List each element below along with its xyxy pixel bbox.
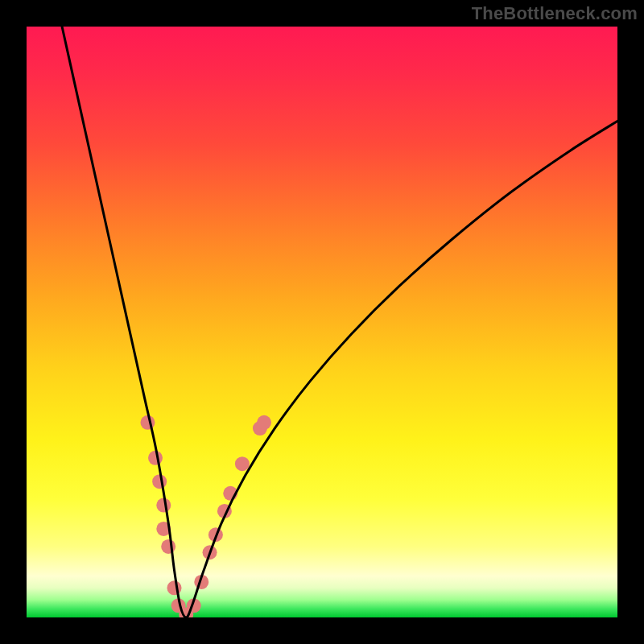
- chart-svg: [27, 27, 617, 617]
- marker-point: [140, 415, 155, 430]
- marker-point: [235, 456, 250, 471]
- marker-point: [167, 580, 182, 595]
- marker-group: [140, 415, 271, 617]
- marker-point: [161, 539, 175, 554]
- bottleneck-curve: [62, 27, 617, 617]
- chart-frame: TheBottleneck.com: [0, 0, 644, 644]
- plot-area: [27, 27, 617, 617]
- marker-point: [148, 451, 163, 465]
- watermark-text: TheBottleneck.com: [472, 3, 638, 24]
- marker-point: [257, 415, 271, 430]
- marker-point: [152, 474, 167, 489]
